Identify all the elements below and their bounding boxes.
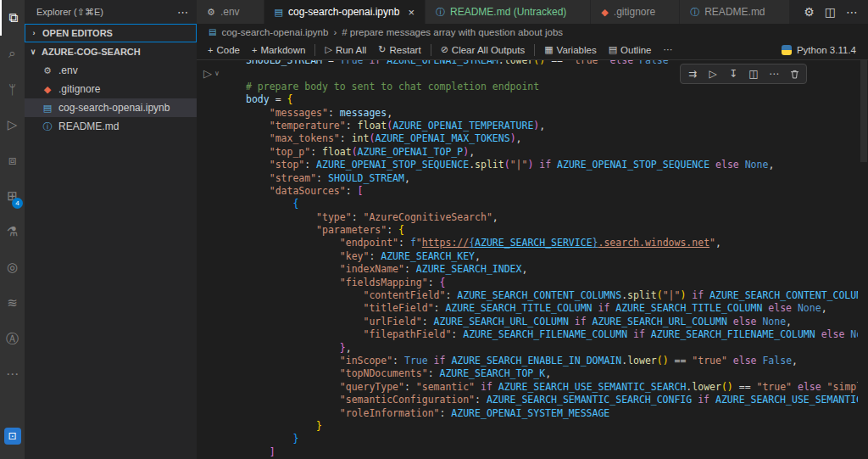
activity-bar-more[interactable]: ⋯ [0, 356, 25, 392]
settings-gear-icon[interactable]: ⚙ [804, 5, 815, 19]
clear-all-outputs-button[interactable]: ⊘ Clear All Outputs [435, 41, 531, 59]
git-icon: ◆ [42, 84, 53, 95]
restart-kernel-button[interactable]: ↻ Restart [372, 41, 426, 59]
tab-label: cog-search-openai.ipynb [288, 6, 399, 18]
azure-icon: Ⓐ [6, 331, 19, 347]
code-line: "key": AZURE_SEARCH_KEY, [246, 250, 858, 263]
activity-bar: ⧉ ⌕ ᛘ ▷ ⧈ ⊞ 4 ⚗ ◎ ≋ Ⓐ ⋯ ⊡ [0, 0, 25, 459]
file-env[interactable]: ⚙ .env [25, 61, 197, 80]
code-line: "max_tokens": int(AZURE_OPENAI_MAX_TOKEN… [246, 132, 858, 145]
activity-bar-remote-explorer[interactable]: ⧈ [0, 143, 25, 178]
vscode-window: ⧉ ⌕ ᛘ ▷ ⧈ ⊞ 4 ⚗ ◎ ≋ Ⓐ ⋯ ⊡ Explorer (⇧⌘E)… [0, 0, 868, 459]
files-icon: ⧉ [8, 10, 18, 25]
activity-bar-source-control[interactable]: ᛘ [0, 71, 25, 107]
activity-bar-search[interactable]: ⌕ [0, 36, 25, 71]
cell-gutter: ▷ ∨ [203, 67, 220, 80]
toolbar-separator [431, 44, 431, 56]
outline-button[interactable]: ▤ Outline [603, 41, 658, 59]
info-icon: ⓘ [690, 6, 699, 19]
activity-bar-testing[interactable]: ⚗ [0, 214, 25, 249]
open-editors-label: OPEN EDITORS [42, 28, 113, 38]
tab-label: .gitignore [614, 6, 655, 18]
gear-icon: ⚙ [42, 65, 53, 76]
activity-bar-settings-sync[interactable]: ◎ [0, 249, 25, 285]
run-debug-icon: ▷ [8, 117, 18, 132]
delete-cell-icon[interactable] [785, 65, 804, 82]
notebook-toolbar: + Code + Markdown ▷ Run All ↻ Restart ⊘ … [197, 40, 868, 60]
chevron-right-icon: › [29, 29, 39, 37]
info-icon: ⓘ [42, 120, 53, 133]
notebook-icon: ▤ [209, 27, 216, 36]
tab-gitignore[interactable]: ◆ .gitignore [591, 0, 680, 24]
open-editors-section[interactable]: › OPEN EDITORS [25, 24, 197, 42]
editor-group: ⚙ .env ▤ cog-search-openai.ipynb × ⓘ REA… [197, 0, 868, 459]
file-readme-md[interactable]: ⓘ README.md [25, 117, 197, 136]
close-icon[interactable]: × [408, 6, 415, 19]
tab-bar: ⚙ .env ▤ cog-search-openai.ipynb × ⓘ REA… [197, 0, 868, 24]
activity-bar-run-debug[interactable]: ▷ [0, 107, 25, 143]
code-line: "queryType": "semantic" if AZURE_SEARCH_… [246, 381, 858, 394]
toolbar-separator [314, 44, 315, 56]
file-label: .gitignore [58, 83, 100, 95]
chevron-down-icon[interactable]: ∨ [214, 70, 220, 77]
docker-icon: ≋ [7, 295, 18, 311]
file-gitignore[interactable]: ◆ .gitignore [25, 80, 197, 98]
sidebar-more-actions-icon[interactable]: ⋯ [177, 6, 188, 19]
tab-readme-md-untracked[interactable]: ⓘ README.md (Untracked) [426, 0, 591, 24]
chevron-right-icon: › [333, 27, 337, 37]
code-lines: SHOULD_STREAM = True if AZURE_OPENAI_STR… [246, 60, 858, 459]
code-line: "filepathField": AZURE_SEARCH_FILENAME_C… [246, 328, 858, 341]
split-cell-icon[interactable]: ◫ [744, 65, 763, 82]
split-editor-icon[interactable]: ◫ [825, 5, 836, 19]
file-cog-search-openai-ipynb[interactable]: ▤ cog-search-openai.ipynb [25, 98, 197, 117]
code-line: "top_p": float(AZURE_OPENAI_TOP_P), [246, 146, 858, 159]
toolbar-separator [534, 44, 535, 56]
execute-below-icon[interactable]: ↧ [724, 65, 743, 82]
editor-scrollbar[interactable] [860, 60, 867, 162]
more-icon: ⋯ [6, 367, 19, 382]
sidebar-title: Explorer (⇧⌘E) [36, 7, 103, 18]
editor-actions: ⚙ ◫ ⋯ [793, 0, 868, 24]
activity-bar-explorer[interactable]: ⧉ [0, 0, 25, 36]
file-label: cog-search-openai.ipynb [58, 102, 170, 114]
gear-icon: ⚙ [207, 7, 215, 18]
add-code-cell-button[interactable]: + Code [202, 41, 246, 59]
explorer-sidebar: Explorer (⇧⌘E) ⋯ › OPEN EDITORS ∨ AZURE-… [25, 0, 197, 459]
git-branch-icon: ᛘ [8, 82, 16, 97]
run-by-line-icon[interactable]: ⇉ [683, 65, 702, 82]
breadcrumb-cell[interactable]: # prepare messages array with question a… [342, 27, 563, 37]
run-all-button[interactable]: ▷ Run All [319, 41, 372, 59]
tab-readme-md[interactable]: ⓘ README.md [680, 0, 789, 24]
code-line: { [246, 198, 858, 210]
workspace-section[interactable]: ∨ AZURE-COG-SEARCH [25, 42, 197, 61]
run-cell-button[interactable]: ▷ [203, 67, 212, 80]
code-line: body = { [246, 93, 858, 106]
kernel-label: Python 3.11.4 [797, 45, 856, 55]
extensions-badge: 4 [12, 198, 23, 209]
code-editor[interactable]: SHOULD_STREAM = True if AZURE_OPENAI_STR… [246, 60, 858, 459]
beaker-icon: ⚗ [7, 224, 18, 239]
remote-indicator[interactable]: ⊡ [0, 418, 25, 454]
file-label: README.md [58, 120, 119, 132]
plus-icon: + [252, 45, 257, 55]
activity-bar-extensions[interactable]: ⊞ 4 [0, 178, 25, 214]
more-actions-icon[interactable]: ⋯ [765, 65, 783, 82]
code-line: "stop": AZURE_OPENAI_STOP_SEQUENCE.split… [246, 159, 858, 171]
kernel-picker[interactable]: Python 3.11.4 [782, 45, 868, 55]
variables-button[interactable]: ▦ Variables [538, 41, 603, 59]
tab-cog-search-openai-ipynb[interactable]: ▤ cog-search-openai.ipynb × [264, 0, 426, 24]
tab-env[interactable]: ⚙ .env [197, 0, 264, 24]
code-line: } [246, 433, 858, 445]
toolbar-more-button[interactable]: ⋯ [658, 41, 679, 59]
restart-icon: ↻ [378, 44, 386, 55]
more-actions-icon[interactable]: ⋯ [846, 5, 858, 19]
activity-bar-docker[interactable]: ≋ [0, 285, 25, 321]
breadcrumb-file[interactable]: cog-search-openai.ipynb [221, 27, 328, 37]
activity-bar-azure[interactable]: Ⓐ [0, 321, 25, 356]
execute-cell-icon[interactable]: ▷ [704, 65, 722, 82]
play-icon: ▷ [325, 44, 331, 55]
add-markdown-cell-button[interactable]: + Markdown [246, 41, 312, 59]
code-line: "messages": messages, [246, 107, 858, 120]
code-line: "temperature": float(AZURE_OPENAI_TEMPER… [246, 120, 858, 132]
tab-label: README.md [704, 6, 765, 18]
